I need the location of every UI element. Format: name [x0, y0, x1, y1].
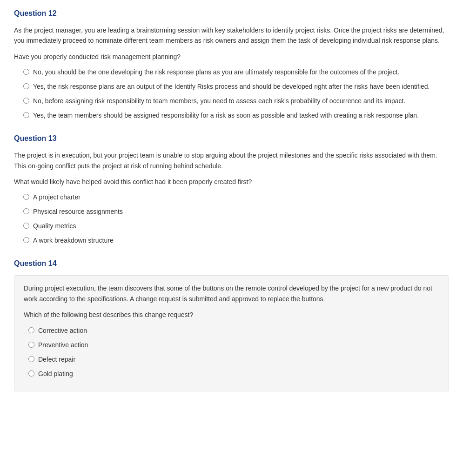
list-item: A project charter	[23, 192, 449, 202]
question-12-context: As the project manager, you are leading …	[14, 25, 449, 46]
q12-option-3-label: No, before assigning risk responsibility…	[33, 96, 405, 106]
question-12-options: No, you should be the one developing the…	[14, 67, 449, 120]
page-content: Question 12 As the project manager, you …	[14, 9, 449, 391]
question-13-options: A project charter Physical resource assi…	[14, 192, 449, 245]
question-14-box: During project execution, the team disco…	[14, 275, 449, 391]
q14-option-3-label: Defect repair	[38, 355, 75, 364]
question-13-prompt: What would likely have helped avoid this…	[14, 177, 449, 187]
list-item: Corrective action	[28, 326, 439, 336]
list-item: Defect repair	[28, 355, 439, 364]
question-13-context: The project is in execution, but your pr…	[14, 150, 449, 171]
q12-option-2-radio[interactable]	[23, 83, 29, 89]
question-12-block: Question 12 As the project manager, you …	[14, 9, 449, 120]
list-item: A work breakdown structure	[23, 236, 449, 245]
q13-option-1-radio[interactable]	[23, 194, 29, 200]
question-14-block: Question 14 During project execution, th…	[14, 259, 449, 391]
question-13-title: Question 13	[14, 134, 449, 143]
q14-option-2-radio[interactable]	[28, 342, 34, 348]
question-14-options: Corrective action Preventive action Defe…	[24, 326, 439, 379]
list-item: Yes, the risk response plans are an outp…	[23, 82, 449, 92]
question-12-title: Question 12	[14, 9, 449, 18]
q14-option-4-radio[interactable]	[28, 370, 34, 377]
q13-option-3-radio[interactable]	[23, 223, 29, 229]
q13-option-4-radio[interactable]	[23, 237, 29, 243]
q12-option-1-radio[interactable]	[23, 69, 29, 75]
question-13-block: Question 13 The project is in execution,…	[14, 134, 449, 245]
q13-option-1-label: A project charter	[33, 192, 81, 202]
list-item: Gold plating	[28, 369, 439, 379]
q12-option-4-label: Yes, the team members should be assigned…	[33, 111, 419, 120]
q12-option-4-radio[interactable]	[23, 112, 29, 118]
q13-option-2-radio[interactable]	[23, 208, 29, 214]
q14-option-3-radio[interactable]	[28, 356, 34, 362]
q14-option-1-label: Corrective action	[38, 326, 87, 336]
question-14-context: During project execution, the team disco…	[24, 283, 439, 304]
q12-option-1-label: No, you should be the one developing the…	[33, 67, 400, 77]
q14-option-1-radio[interactable]	[28, 327, 34, 333]
q13-option-2-label: Physical resource assignments	[33, 207, 123, 217]
list-item: No, you should be the one developing the…	[23, 67, 449, 77]
list-item: Quality metrics	[23, 221, 449, 231]
q14-option-2-label: Preventive action	[38, 340, 88, 350]
list-item: Physical resource assignments	[23, 207, 449, 217]
question-14-title: Question 14	[14, 259, 449, 268]
q13-option-4-label: A work breakdown structure	[33, 236, 114, 245]
q12-option-3-radio[interactable]	[23, 98, 29, 104]
q13-option-3-label: Quality metrics	[33, 221, 76, 231]
question-14-prompt: Which of the following best describes th…	[24, 310, 439, 320]
q14-option-4-label: Gold plating	[38, 369, 73, 379]
question-12-prompt: Have you properly conducted risk managem…	[14, 52, 449, 62]
q12-option-2-label: Yes, the risk response plans are an outp…	[33, 82, 429, 92]
list-item: Preventive action	[28, 340, 439, 350]
list-item: Yes, the team members should be assigned…	[23, 111, 449, 120]
list-item: No, before assigning risk responsibility…	[23, 96, 449, 106]
